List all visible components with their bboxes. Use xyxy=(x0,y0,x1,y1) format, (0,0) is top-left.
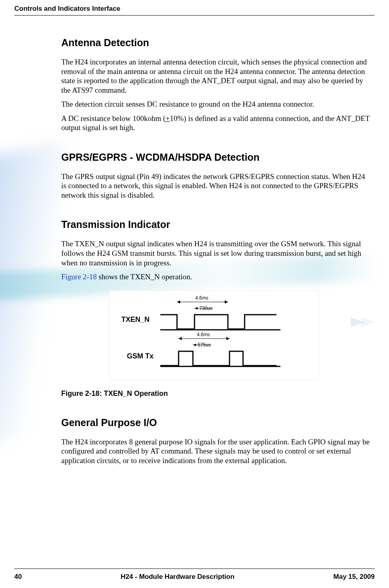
heading-gpio: General Purpose I/O xyxy=(61,417,371,428)
doc-title: H24 - Module Hardware Description xyxy=(121,573,234,581)
doc-date: May 15, 2009 xyxy=(333,573,375,581)
paragraph: A DC resistance below 100kohm (+10%) is … xyxy=(61,114,371,132)
content-area: Antenna Detection The H24 incorporates a… xyxy=(14,37,375,465)
footer-rule xyxy=(14,569,375,569)
svg-marker-2 xyxy=(225,300,228,304)
figure-label-txen: TXEN_N xyxy=(121,315,150,323)
underlined-text: + xyxy=(165,114,170,123)
figure-dim-bot-ms: 4.6ms xyxy=(197,332,210,337)
svg-marker-10 xyxy=(193,344,196,346)
paragraph: The TXEN_N output signal indicates when … xyxy=(61,239,371,267)
text: A DC resistance below 100kohm ( xyxy=(61,114,165,123)
figure-dim-top-us: 730us xyxy=(199,306,212,311)
figure-dim-top-ms: 4.6ms xyxy=(195,295,208,301)
paragraph: The detection circuit senses DC resistan… xyxy=(61,99,371,109)
paragraph: The GPRS output signal (Pin 49) indicate… xyxy=(61,172,371,200)
figure-dim-bot-us: 575us xyxy=(198,342,211,348)
figure-txen-operation: TXEN_N GSM Tx 4.6ms 730us 4.6 xyxy=(109,290,319,380)
cross-reference-link[interactable]: Figure 2-18 xyxy=(61,273,97,281)
paragraph: Figure 2-18 shows the TXEN_N operation. xyxy=(61,272,371,282)
page-container: Controls and Indicators Interface Antenn… xyxy=(0,0,389,465)
header-rule xyxy=(14,15,375,16)
figure-label-gsmtx: GSM Tx xyxy=(127,352,154,360)
running-header: Controls and Indicators Interface xyxy=(14,5,375,13)
paragraph: The H24 incorporates an internal antenna… xyxy=(61,57,371,95)
text: shows the TXEN_N operation. xyxy=(97,273,192,281)
heading-antenna-detection: Antenna Detection xyxy=(61,37,371,49)
page-number: 40 xyxy=(14,573,22,581)
svg-marker-7 xyxy=(179,337,182,340)
svg-marker-8 xyxy=(226,337,230,340)
figure-caption: Figure 2-18: TXEN_N Operation xyxy=(61,389,371,398)
heading-gprs-detection: GPRS/EGPRS - WCDMA/HSDPA Detection xyxy=(61,152,371,163)
paragraph: The H24 incorporates 8 general purpose I… xyxy=(61,437,371,465)
svg-marker-4 xyxy=(194,307,198,310)
heading-transmission-indicator: Transmission Indicator xyxy=(61,219,371,230)
svg-marker-1 xyxy=(177,300,180,304)
page-footer: 40 H24 - Module Hardware Description May… xyxy=(14,569,375,581)
